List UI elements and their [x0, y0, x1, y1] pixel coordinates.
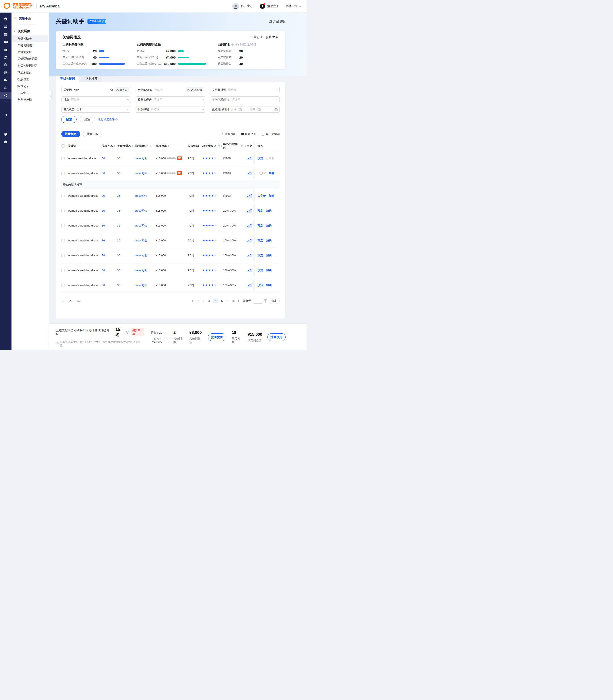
page-size-10[interactable]: 10	[61, 299, 64, 302]
col-pv-rank[interactable]: 年PV指数排名	[223, 142, 247, 150]
add-cart-link[interactable]: 加购	[269, 171, 274, 175]
favorites-icon[interactable]	[0, 130, 12, 138]
bank-icon[interactable]	[0, 84, 12, 92]
row-checkbox[interactable]	[61, 194, 65, 197]
clear-button[interactable]: 清空	[80, 116, 95, 123]
row-checkbox[interactable]	[61, 284, 65, 287]
batch-bid-button[interactable]: 批量竞价	[208, 333, 226, 341]
related-products-link[interactable]: 36	[102, 157, 105, 160]
related-hot-products-link[interactable]: 36	[117, 209, 120, 212]
prev-page-button[interactable]: ‹	[191, 299, 194, 303]
help-icon[interactable]	[126, 331, 129, 334]
orders-icon[interactable]	[0, 23, 12, 30]
alibaba-logo[interactable]: 阿里巴巴国际站 Alibaba.com®	[3, 2, 33, 10]
batch-reserve-button[interactable]: 批量预定	[61, 131, 80, 137]
product-doc-link[interactable]: 产品说明	[269, 20, 285, 23]
trend-chart-icon[interactable]	[247, 253, 252, 258]
page-number[interactable]: 3	[208, 299, 211, 302]
col-word-pack[interactable]: 关联词包	[134, 144, 156, 148]
sidebar-item-keyword-bidding[interactable]: 关键词竞价	[12, 49, 48, 55]
sort-icons[interactable]	[168, 145, 169, 147]
message-box-link[interactable]: 消息盒子	[267, 4, 279, 8]
pv-rank-filter[interactable]: 年PV指数排名 请选择	[210, 96, 280, 103]
related-products-link[interactable]: 36	[102, 284, 105, 287]
related-hot-products-link[interactable]: 36	[117, 239, 120, 242]
terminal-filter[interactable]: 投放终端 请选择	[135, 106, 205, 113]
page-number[interactable]: 5	[221, 299, 223, 302]
page-number[interactable]: 1	[197, 299, 200, 302]
sort-icons[interactable]	[114, 145, 115, 147]
reserve-link[interactable]: 预定	[258, 224, 263, 228]
word-pack-link[interactable]: dress词包	[134, 156, 147, 160]
home-icon[interactable]	[0, 15, 12, 23]
select-all-checkbox[interactable]	[61, 144, 65, 147]
sort-icons[interactable]	[150, 145, 152, 147]
help-icon[interactable]	[217, 145, 220, 147]
row-checkbox[interactable]	[61, 254, 65, 257]
toolbox-icon[interactable]	[0, 138, 12, 146]
go-bid-link[interactable]: 去竞价	[258, 194, 266, 198]
contacts-icon[interactable]	[0, 53, 12, 61]
sale-status-filter[interactable]: 售卖状态 全部	[61, 106, 131, 113]
add-cart-link[interactable]: 加购	[269, 194, 274, 198]
marketing-icon[interactable]	[0, 92, 12, 100]
jump-page-input[interactable]	[253, 298, 262, 303]
next-page-button[interactable]: ›	[237, 299, 240, 303]
send-icon[interactable]	[0, 111, 12, 119]
word-pack-link[interactable]: dress词包	[134, 269, 147, 272]
col-annual-price[interactable]: 年度价格	[156, 144, 188, 148]
sort-icons[interactable]	[221, 145, 222, 147]
search-button[interactable]: 搜索	[61, 116, 77, 123]
analytics-icon[interactable]	[0, 46, 12, 53]
row-checkbox[interactable]	[61, 224, 65, 227]
word-pack-link[interactable]: dress词包	[134, 194, 147, 198]
row-checkbox[interactable]	[61, 157, 65, 160]
related-hot-products-link[interactable]: 36	[117, 254, 120, 257]
customize-columns-button[interactable]: 自定义列	[241, 132, 256, 136]
related-products-link[interactable]: 36	[102, 269, 105, 272]
page-size-20[interactable]: 20	[69, 299, 73, 302]
search-icon[interactable]	[110, 88, 113, 91]
keyword-filter[interactable]: 关键词 导入词	[61, 87, 131, 93]
related-products-link[interactable]: 36	[102, 239, 105, 242]
start-date-filter[interactable]: 投放开始时间 开始日期 — 结束日期	[210, 106, 280, 113]
sidebar-item-keyword-reservation-records[interactable]: 关键词预定记录	[12, 56, 48, 62]
tab-pack-recommend[interactable]: 词包推荐	[81, 76, 102, 82]
related-hot-products-link[interactable]: 36	[117, 157, 120, 160]
page-number[interactable]: 10	[232, 299, 235, 302]
avatar[interactable]	[232, 3, 239, 10]
word-pack-link[interactable]: dress词包	[134, 283, 147, 287]
add-cart-link[interactable]: 加购	[266, 254, 272, 257]
sidebar-item-keyword-assistant[interactable]: 关键词助手	[12, 35, 48, 42]
sidebar-item-creative-ranking[interactable]: 创意排行榜	[12, 97, 48, 103]
sort-icons[interactable]	[132, 145, 133, 147]
row-checkbox[interactable]	[61, 239, 65, 242]
globe-icon[interactable]	[0, 69, 12, 76]
sidebar-collapse-handle[interactable]	[49, 91, 52, 100]
related-products-link[interactable]: 36	[102, 172, 105, 175]
collapse-filters-link[interactable]: 收起筛选条件	[98, 117, 117, 121]
collapse-summary-divider[interactable]	[168, 330, 168, 344]
related-hot-products-link[interactable]: 36	[117, 224, 120, 227]
confirm-jump-button[interactable]: 确定	[269, 298, 280, 304]
export-keywords-button[interactable]: 导出关键词	[262, 132, 280, 136]
trend-chart-icon[interactable]	[247, 268, 252, 272]
help-icon[interactable]	[146, 145, 149, 147]
select-product-button[interactable]: 选择品(0)	[186, 87, 203, 92]
account-center-link[interactable]: 账户中心	[241, 4, 253, 8]
help-icon[interactable]	[242, 145, 244, 147]
sidebar-item-download-center[interactable]: 下载中心	[12, 90, 48, 96]
word-pack-link[interactable]: dress词包	[134, 209, 147, 213]
language-selector[interactable]: 简体中文	[286, 4, 301, 8]
related-hot-products-link[interactable]: 36	[117, 269, 120, 272]
word-pack-link[interactable]: dress词包	[134, 224, 147, 228]
word-pack-link[interactable]: dress词包	[134, 254, 147, 257]
sidebar-item-delivery-settings[interactable]: 投放设置	[12, 76, 48, 82]
notification-bell-button[interactable]	[260, 4, 265, 9]
sidebar-item-showcase-landing-page[interactable]: 顶展承接页	[12, 69, 48, 76]
relevance-score-filter[interactable]: 相关性得分 请选择	[135, 96, 205, 103]
add-cart-link[interactable]: 加购	[266, 283, 272, 287]
trend-chart-icon[interactable]	[247, 156, 252, 160]
col-hot-products[interactable]: 关联优爆品	[117, 144, 134, 148]
related-products-link[interactable]: 36	[102, 224, 105, 227]
